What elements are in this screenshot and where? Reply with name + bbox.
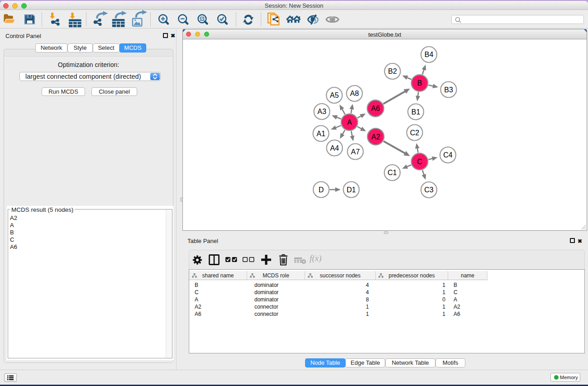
svg-text:A6: A6	[371, 105, 380, 112]
svg-text:B1: B1	[411, 108, 421, 116]
svg-text:B4: B4	[425, 51, 434, 58]
svg-text:A2: A2	[371, 133, 380, 141]
svg-text:A4: A4	[330, 144, 339, 152]
svg-text:C: C	[417, 158, 422, 166]
svg-text:B: B	[417, 79, 422, 87]
svg-text:A1: A1	[316, 130, 325, 138]
svg-text:D: D	[319, 186, 324, 194]
svg-text:A8: A8	[350, 90, 359, 97]
svg-text:B2: B2	[388, 67, 397, 75]
svg-text:C2: C2	[410, 129, 420, 137]
svg-text:C1: C1	[387, 169, 397, 176]
svg-text:C3: C3	[424, 186, 434, 194]
svg-text:C4: C4	[443, 151, 453, 159]
svg-text:A: A	[347, 119, 352, 126]
svg-text:B3: B3	[444, 86, 453, 94]
svg-text:D1: D1	[347, 186, 356, 194]
svg-text:A7: A7	[351, 148, 360, 156]
svg-text:A3: A3	[317, 108, 326, 115]
svg-text:A5: A5	[330, 91, 339, 99]
